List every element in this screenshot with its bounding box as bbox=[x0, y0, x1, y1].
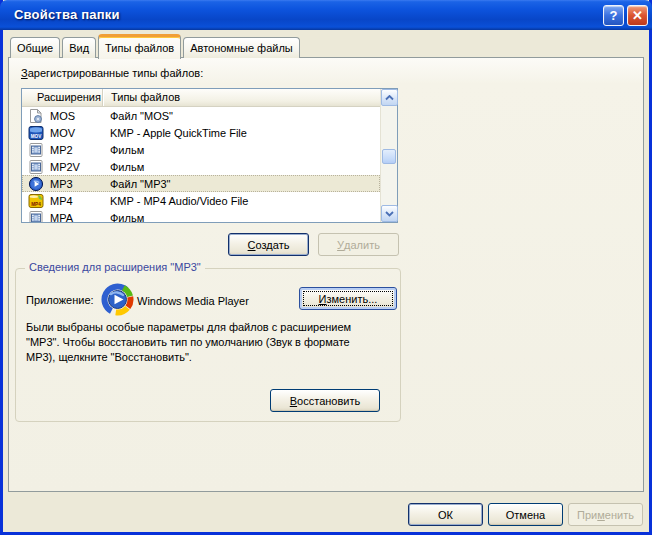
scroll-thumb[interactable] bbox=[382, 149, 396, 164]
group-title: Сведения для расширения "MP3" bbox=[25, 261, 205, 273]
windows-media-player-icon bbox=[101, 283, 134, 316]
folder-options-dialog: Свойства папки ? ✕ ОбщиеВидТипы файловАв… bbox=[0, 0, 652, 535]
film-document-icon bbox=[28, 159, 44, 175]
column-header-types[interactable]: Типы файлов bbox=[103, 89, 397, 106]
table-row[interactable]: MP2VФильм bbox=[22, 158, 380, 175]
help-icon: ? bbox=[610, 8, 618, 23]
delete-button[interactable]: Удалить bbox=[318, 233, 399, 256]
kmp-yellow-icon: MP4 bbox=[28, 193, 44, 209]
chevron-up-icon bbox=[385, 95, 394, 101]
type-cell: Фильм bbox=[110, 212, 144, 223]
tab-автономные-файлы[interactable]: Автономные файлы bbox=[183, 37, 300, 58]
table-row[interactable]: MP2Фильм bbox=[22, 141, 380, 158]
change-button[interactable]: Изменить... bbox=[299, 287, 397, 310]
list-header: Расширения Типы файлов bbox=[22, 89, 397, 107]
registered-types-label: Зарегистрированные типы файлов: bbox=[21, 67, 203, 79]
extension-cell: MOV bbox=[50, 127, 104, 139]
extension-cell: MPA bbox=[50, 212, 104, 223]
list-body: MOSФайл "MOS"MOVMOVKMP - Apple QuickTime… bbox=[22, 107, 380, 222]
close-button[interactable]: ✕ bbox=[627, 5, 648, 26]
create-button[interactable]: Создать bbox=[228, 233, 309, 256]
help-button[interactable]: ? bbox=[603, 5, 624, 26]
table-row[interactable]: MOSФайл "MOS" bbox=[22, 107, 380, 124]
type-cell: KMP - MP4 Audio/Video File bbox=[110, 195, 248, 207]
scroll-up-button[interactable] bbox=[381, 89, 398, 106]
svg-text:MP4: MP4 bbox=[31, 201, 41, 206]
media-document-icon bbox=[28, 108, 44, 124]
cancel-button[interactable]: Отмена bbox=[488, 503, 563, 526]
type-cell: Файл "MOS" bbox=[110, 110, 173, 122]
file-types-list: Расширения Типы файлов MOSФайл "MOS"MOVM… bbox=[21, 88, 398, 223]
tab-общие[interactable]: Общие bbox=[10, 37, 60, 58]
application-label: Приложение: bbox=[26, 294, 94, 306]
extension-cell: MP2V bbox=[50, 161, 104, 173]
apply-button[interactable]: Применить bbox=[568, 503, 643, 526]
type-cell: KMP - Apple QuickTime File bbox=[110, 127, 247, 139]
window-title: Свойства папки bbox=[14, 7, 120, 22]
svg-text:MOV: MOV bbox=[31, 133, 42, 138]
tab-типы-файлов[interactable]: Типы файлов bbox=[98, 34, 181, 59]
titlebar[interactable]: Свойства папки ? ✕ bbox=[0, 0, 652, 30]
extension-cell: MP3 bbox=[50, 178, 104, 190]
scroll-down-button[interactable] bbox=[381, 205, 398, 222]
table-row[interactable]: MOVMOVKMP - Apple QuickTime File bbox=[22, 124, 380, 141]
extension-cell: MP2 bbox=[50, 144, 104, 156]
extension-cell: MOS bbox=[50, 110, 104, 122]
type-cell: Файл "MP3" bbox=[110, 178, 171, 190]
list-scrollbar[interactable] bbox=[380, 89, 397, 222]
restore-button[interactable]: Восстановить bbox=[270, 389, 380, 412]
tab-вид[interactable]: Вид bbox=[62, 37, 96, 58]
column-header-extensions[interactable]: Расширения bbox=[22, 89, 103, 106]
tab-strip: ОбщиеВидТипы файловАвтономные файлы bbox=[10, 33, 302, 58]
play-circle-icon bbox=[28, 176, 44, 192]
tab-page: Зарегистрированные типы файлов: Расширен… bbox=[8, 57, 644, 492]
ok-button[interactable]: ОК bbox=[408, 503, 483, 526]
type-cell: Фильм bbox=[110, 144, 144, 156]
extension-description: Были выбраны особые параметры для файлов… bbox=[26, 320, 392, 365]
film-document-icon bbox=[28, 210, 44, 223]
table-row[interactable]: MP4MP4KMP - MP4 Audio/Video File bbox=[22, 192, 380, 209]
extension-details-group: Сведения для расширения "MP3" Приложение… bbox=[15, 268, 401, 422]
extension-cell: MP4 bbox=[50, 195, 104, 207]
chevron-down-icon bbox=[385, 211, 394, 217]
type-cell: Фильм bbox=[110, 161, 144, 173]
table-row[interactable]: MP3Файл "MP3" bbox=[22, 175, 380, 192]
table-row[interactable]: MPAФильм bbox=[22, 209, 380, 222]
close-icon: ✕ bbox=[632, 8, 643, 23]
kmp-blue-icon: MOV bbox=[28, 125, 44, 141]
film-document-icon bbox=[28, 142, 44, 158]
application-name: Windows Media Player bbox=[137, 295, 249, 307]
